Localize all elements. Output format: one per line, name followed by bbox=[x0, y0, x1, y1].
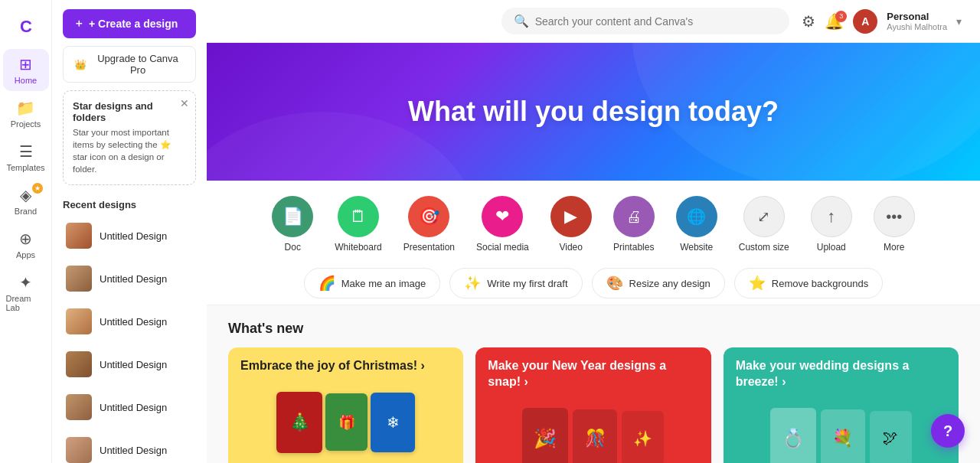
sidebar-item-label: Apps bbox=[16, 250, 35, 259]
promo-card-body: 💍 💐 🕊 bbox=[724, 396, 959, 463]
promo-card-wedding[interactable]: Make your wedding designs a breeze! › 💍 … bbox=[724, 347, 959, 463]
write-draft-label: Write my first draft bbox=[487, 278, 567, 289]
custom-size-label: Custom size bbox=[739, 242, 789, 253]
social-media-label: Social media bbox=[476, 242, 529, 253]
brand-icon: ◈ bbox=[20, 186, 31, 204]
list-item[interactable]: Untitled Design bbox=[63, 261, 196, 296]
notifications-button[interactable]: 🔔 3 bbox=[825, 12, 844, 31]
newyear-mini-card-1: 🎉 bbox=[522, 408, 568, 463]
resize-button[interactable]: 🎨 Resize any design bbox=[592, 268, 725, 298]
projects-icon: 📁 bbox=[16, 99, 35, 117]
plus-icon: ＋ bbox=[74, 17, 84, 31]
avatar[interactable]: A bbox=[853, 9, 877, 34]
remove-bg-button[interactable]: ⭐ Remove backgrounds bbox=[734, 268, 883, 298]
design-name: Untitled Design bbox=[100, 359, 167, 370]
remove-bg-label: Remove backgrounds bbox=[772, 278, 868, 289]
design-type-whiteboard[interactable]: 🗒 Whiteboard bbox=[335, 196, 381, 253]
tooltip-title: Star designs and folders bbox=[73, 100, 186, 123]
sidebar-item-dreamlab[interactable]: ✦ Dream Lab bbox=[3, 267, 49, 318]
design-name: Untitled Design bbox=[100, 230, 167, 242]
list-item[interactable]: Untitled Design bbox=[63, 304, 196, 339]
design-type-custom-size[interactable]: ⤢ Custom size bbox=[739, 196, 789, 253]
user-name: Ayushi Malhotra bbox=[887, 22, 947, 31]
ai-tools-row: 🌈 Make me an image ✨ Write my first draf… bbox=[207, 259, 980, 305]
design-thumbnail bbox=[66, 437, 92, 463]
logo-area: C bbox=[20, 9, 31, 47]
christmas-mini-card-3: ❄ bbox=[371, 393, 415, 452]
notification-badge: 3 bbox=[835, 11, 847, 22]
search-input[interactable] bbox=[535, 15, 778, 28]
promo-card-christmas[interactable]: Embrace the joy of Christmas! › 🎄 🎁 ❄ bbox=[228, 347, 463, 463]
sidebar-main: ＋ + Create a design 👑 Upgrade to Canva P… bbox=[52, 0, 207, 463]
user-info[interactable]: Personal Ayushi Malhotra bbox=[887, 11, 947, 31]
whats-new-title: What's new bbox=[228, 321, 959, 337]
sidebar-item-apps[interactable]: ⊕ Apps bbox=[3, 223, 49, 266]
create-design-button[interactable]: ＋ + Create a design bbox=[63, 9, 196, 38]
make-image-label: Make me an image bbox=[341, 278, 426, 289]
newyear-mini-card-2: 🎊 bbox=[573, 409, 617, 463]
design-type-doc[interactable]: 📄 Doc bbox=[272, 196, 313, 253]
design-thumbnail bbox=[66, 266, 92, 292]
resize-label: Resize any design bbox=[629, 278, 710, 289]
rainbow-icon: 🌈 bbox=[318, 275, 335, 292]
design-type-video[interactable]: ▶ Video bbox=[550, 196, 592, 253]
christmas-mini-card-1: 🎄 bbox=[276, 392, 322, 453]
sidebar-item-home[interactable]: ⊞ Home bbox=[3, 49, 49, 91]
gear-icon: ⚙ bbox=[802, 12, 815, 31]
sidebar-item-projects[interactable]: 📁 Projects bbox=[3, 93, 49, 135]
printables-icon: 🖨 bbox=[613, 196, 655, 237]
website-icon: 🌐 bbox=[676, 196, 717, 237]
video-label: Video bbox=[559, 242, 582, 253]
design-type-presentation[interactable]: 🎯 Presentation bbox=[403, 196, 455, 253]
make-image-button[interactable]: 🌈 Make me an image bbox=[304, 268, 441, 298]
recent-designs-label: Recent designs bbox=[63, 199, 196, 210]
presentation-label: Presentation bbox=[403, 242, 455, 253]
design-type-more[interactable]: ••• More bbox=[874, 196, 915, 253]
doc-icon: 📄 bbox=[272, 196, 313, 237]
top-bar: 🔍 ⚙ 🔔 3 A Personal Ayushi Malhotra ▾ bbox=[207, 0, 980, 43]
list-item[interactable]: Untitled Design bbox=[63, 432, 196, 463]
design-type-website[interactable]: 🌐 Website bbox=[676, 196, 717, 253]
design-thumbnail bbox=[66, 394, 92, 420]
design-types-row: 📄 Doc 🗒 Whiteboard 🎯 Presentation ❤ Soci… bbox=[207, 181, 980, 259]
promo-card-title: Make your New Year designs a snap! › bbox=[475, 347, 710, 396]
chevron-down-icon: ▾ bbox=[956, 15, 962, 28]
list-item[interactable]: Untitled Design bbox=[63, 390, 196, 425]
list-item[interactable]: Untitled Design bbox=[63, 347, 196, 382]
canva-logo: C bbox=[20, 17, 31, 36]
sidebar-item-brand[interactable]: ◈ ★ Brand bbox=[3, 180, 49, 222]
promo-card-newyear[interactable]: Make your New Year designs a snap! › 🎉 🎊… bbox=[475, 347, 710, 463]
settings-button[interactable]: ⚙ bbox=[802, 12, 815, 31]
custom-size-icon: ⤢ bbox=[743, 196, 785, 237]
brand-badge: ★ bbox=[32, 183, 43, 194]
promo-cards-row: Embrace the joy of Christmas! › 🎄 🎁 ❄ Ma… bbox=[228, 347, 959, 463]
promo-card-title: Make your wedding designs a breeze! › bbox=[724, 347, 959, 396]
sidebar-item-label: Templates bbox=[6, 163, 44, 172]
tooltip-close-button[interactable]: ✕ bbox=[180, 97, 189, 109]
wedding-mini-card-1: 💍 bbox=[770, 408, 816, 463]
design-type-upload[interactable]: ↑ Upload bbox=[811, 196, 852, 253]
design-type-printables[interactable]: 🖨 Printables bbox=[613, 196, 655, 253]
search-bar: 🔍 bbox=[501, 8, 790, 34]
design-type-social-media[interactable]: ❤ Social media bbox=[476, 196, 529, 253]
promo-card-title: Embrace the joy of Christmas! › bbox=[228, 347, 463, 380]
list-item[interactable]: Untitled Design bbox=[63, 218, 196, 253]
tooltip-text: Star your most important items by select… bbox=[73, 126, 186, 175]
help-button[interactable]: ? bbox=[931, 414, 965, 448]
printables-label: Printables bbox=[613, 242, 654, 253]
dreamlab-icon: ✦ bbox=[19, 273, 32, 292]
user-account-type: Personal bbox=[887, 11, 947, 22]
video-icon: ▶ bbox=[550, 196, 592, 237]
design-thumbnail bbox=[66, 223, 92, 249]
upgrade-button[interactable]: 👑 Upgrade to Canva Pro bbox=[63, 46, 196, 83]
hero-title: What will you design today? bbox=[408, 96, 779, 128]
design-name: Untitled Design bbox=[100, 445, 167, 456]
design-name: Untitled Design bbox=[100, 402, 167, 413]
write-draft-button[interactable]: ✨ Write my first draft bbox=[449, 268, 582, 298]
star-icon: ⭐ bbox=[749, 275, 766, 292]
design-thumbnail bbox=[66, 351, 92, 377]
more-icon: ••• bbox=[874, 196, 915, 237]
sidebar-item-templates[interactable]: ☰ Templates bbox=[3, 136, 49, 178]
christmas-mini-card-2: 🎁 bbox=[325, 393, 368, 451]
main-content: 🔍 ⚙ 🔔 3 A Personal Ayushi Malhotra ▾ Wha… bbox=[207, 0, 980, 463]
